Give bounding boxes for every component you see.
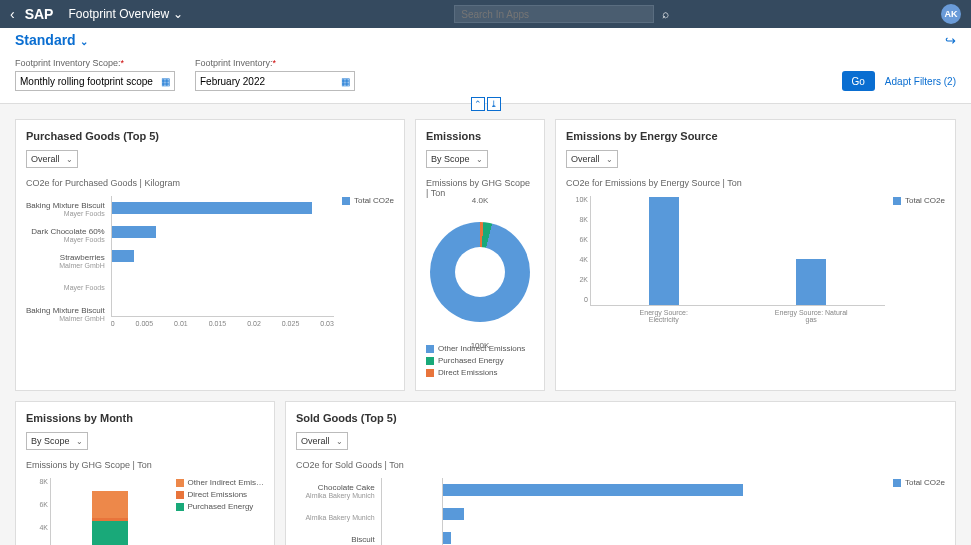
select-purchased[interactable]: Overall⌄ [26,150,78,168]
card-title: Emissions by Month [26,412,264,424]
chart-subtitle: CO2e for Sold Goods | Ton [296,460,945,470]
valuehelp-icon[interactable]: ▦ [161,76,170,87]
filter-scope-input[interactable] [20,76,161,87]
valuehelp-icon[interactable]: ▦ [341,76,350,87]
sap-logo: SAP [25,6,54,22]
chevron-down-icon: ⌄ [476,155,483,164]
go-button[interactable]: Go [842,71,875,91]
card-purchased-goods: Purchased Goods (Top 5) Overall⌄ CO2e fo… [15,119,405,391]
content-area: Purchased Goods (Top 5) Overall⌄ CO2e fo… [0,104,971,545]
card-emissions-month: Emissions by Month By Scope⌄ Emissions b… [15,401,275,545]
filter-scope-label: Footprint Inventory Scope:* [15,58,175,68]
variant-selector[interactable]: Standard⌄ [15,32,88,48]
legend: Other Indirect Emis… Direct Emissions Pu… [176,478,264,545]
card-emissions: Emissions By Scope⌄ Emissions by GHG Sco… [415,119,545,391]
hbar-labels: Baking Mixture BiscuitMayer Foods Dark C… [26,196,111,327]
select-bymonth[interactable]: By Scope⌄ [26,432,88,450]
donut-bot-label: 100K [471,341,490,350]
chevron-down-icon: ⌄ [173,7,183,21]
adapt-filters-link[interactable]: Adapt Filters (2) [885,76,956,87]
legend: Total CO2e [342,196,394,327]
filter-inventory-input-wrap[interactable]: ▦ [195,71,355,91]
chart-subtitle: Emissions by GHG Scope | Ton [26,460,264,470]
card-title: Purchased Goods (Top 5) [26,130,394,142]
card-sold-goods: Sold Goods (Top 5) Overall⌄ CO2e for Sol… [285,401,956,545]
select-energy[interactable]: Overall⌄ [566,150,618,168]
legend: Total CO2e [893,196,945,323]
legend: Total CO2e [893,478,945,545]
filter-scope: Footprint Inventory Scope:* ▦ [15,58,175,91]
stack-plot [50,478,170,545]
hbar-xaxis: 00.0050.010.0150.020.0250.03 [111,316,334,327]
hbar-plot [381,478,885,545]
back-button[interactable]: ‹ [10,6,15,22]
card-title: Sold Goods (Top 5) [296,412,945,424]
donut-top-label: 4.0K [472,196,488,205]
chart-subtitle: CO2e for Purchased Goods | Kilogram [26,178,394,188]
filter-inventory-input[interactable] [200,76,341,87]
card-title: Emissions by Energy Source [566,130,945,142]
filterbar-collapse-handle: ⌃ ⤓ [471,97,501,111]
chevron-down-icon: ⌄ [606,155,613,164]
chevron-down-icon: ⌄ [76,437,83,446]
app-title[interactable]: Footprint Overview ⌄ [68,7,182,21]
hbar-labels: Chocolate CakeAlmika Bakery Munich Almik… [296,478,381,545]
chevron-down-icon: ⌄ [66,155,73,164]
card-energy-source: Emissions by Energy Source Overall⌄ CO2e… [555,119,956,391]
shell-header: ‹ SAP Footprint Overview ⌄ ⌕ AK [0,0,971,28]
vbar-yaxis: 10K8K6K4K2K0 [566,196,588,303]
filter-inventory: Footprint Inventory:* ▦ [195,58,355,91]
search-icon[interactable]: ⌕ [662,7,669,21]
filter-inventory-label: Footprint Inventory:* [195,58,355,68]
pin-icon[interactable]: ⤓ [487,97,501,111]
select-emissions[interactable]: By Scope⌄ [426,150,488,168]
collapse-up-icon[interactable]: ⌃ [471,97,485,111]
vbar-xaxis: Energy Source: Electricity Energy Source… [590,306,885,323]
share-icon[interactable]: ↪ [945,33,956,48]
vbar-plot [590,196,885,306]
shell-search: ⌕ [454,5,669,23]
select-sold[interactable]: Overall⌄ [296,432,348,450]
filter-scope-input-wrap[interactable]: ▦ [15,71,175,91]
filter-bar: Footprint Inventory Scope:* ▦ Footprint … [0,52,971,104]
stack-yaxis: 8K6K4K2K0 [26,478,48,545]
chevron-down-icon: ⌄ [80,36,88,47]
card-title: Emissions [426,130,534,142]
hbar-plot [111,196,334,316]
chevron-down-icon: ⌄ [336,437,343,446]
search-input[interactable] [454,5,654,23]
chart-subtitle: CO2e for Emissions by Energy Source | To… [566,178,945,188]
variant-bar: Standard⌄ ↪ [0,28,971,52]
chart-subtitle: Emissions by GHG Scope | Ton [426,178,534,198]
avatar[interactable]: AK [941,4,961,24]
donut-chart: 4.0K 100K [426,208,534,336]
